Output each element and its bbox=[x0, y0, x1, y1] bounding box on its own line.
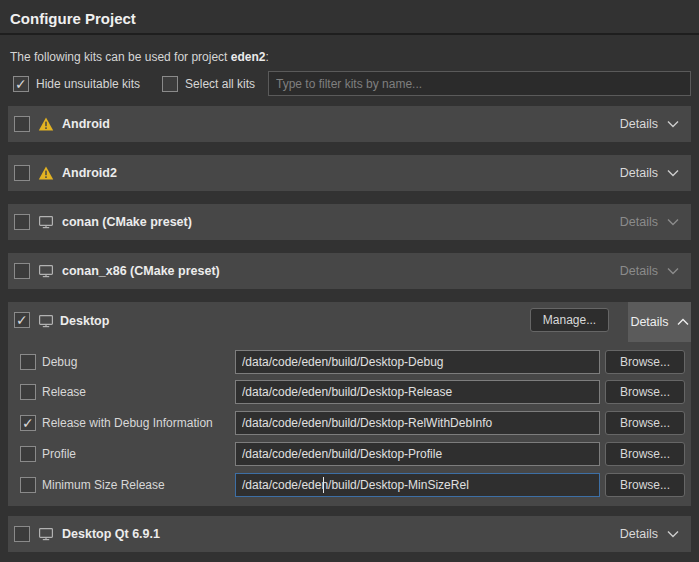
config-checkbox[interactable] bbox=[20, 477, 36, 493]
configure-project-page: Configure Project The following kits can… bbox=[0, 0, 699, 562]
config-checkbox[interactable] bbox=[20, 384, 36, 400]
details-label: Details bbox=[620, 215, 658, 229]
build-config-row: Release Browse... bbox=[8, 380, 691, 404]
browse-button[interactable]: Browse... bbox=[605, 411, 685, 435]
config-checkbox[interactable] bbox=[20, 354, 36, 370]
kit-row-desktop-expanded: Desktop Manage... Details Debug Browse..… bbox=[8, 302, 691, 506]
hide-unsuitable-checkbox[interactable] bbox=[13, 76, 29, 92]
browse-button[interactable]: Browse... bbox=[605, 350, 685, 374]
kit-filter-controls: Hide unsuitable kits Select all kits bbox=[13, 76, 255, 92]
config-label[interactable]: Release bbox=[42, 385, 86, 399]
chevron-down-icon bbox=[667, 120, 679, 128]
build-dir-input[interactable] bbox=[235, 411, 600, 435]
config-checkbox[interactable] bbox=[20, 446, 36, 462]
hide-unsuitable-label[interactable]: Hide unsuitable kits bbox=[36, 77, 140, 91]
select-all-label[interactable]: Select all kits bbox=[185, 77, 255, 91]
build-dir-input[interactable] bbox=[235, 380, 600, 404]
config-label[interactable]: Profile bbox=[42, 447, 76, 461]
chevron-down-icon bbox=[667, 267, 679, 275]
build-dir-input[interactable] bbox=[235, 442, 600, 466]
details-label: Details bbox=[620, 117, 658, 131]
config-label[interactable]: Debug bbox=[42, 355, 77, 369]
details-label: Details bbox=[620, 527, 658, 541]
intro-prefix: The following kits can be used for proje… bbox=[10, 50, 231, 64]
chevron-down-icon bbox=[667, 218, 679, 226]
kit-checkbox[interactable] bbox=[14, 263, 30, 279]
chevron-up-icon bbox=[677, 315, 689, 329]
kit-name: conan_x86 (CMake preset) bbox=[62, 264, 220, 278]
build-config-row: Release with Debug Information Browse... bbox=[8, 411, 691, 435]
details-label: Details bbox=[630, 315, 668, 329]
monitor-icon bbox=[38, 263, 54, 279]
kit-checkbox[interactable] bbox=[14, 526, 30, 542]
kit-name: Android2 bbox=[62, 166, 117, 180]
monitor-icon bbox=[38, 214, 54, 230]
browse-button[interactable]: Browse... bbox=[605, 442, 685, 466]
warning-icon bbox=[38, 165, 54, 181]
details-label: Details bbox=[620, 264, 658, 278]
kit-row-android[interactable]: Android Details bbox=[8, 106, 691, 142]
details-button[interactable]: Details bbox=[620, 166, 679, 180]
build-config-row: Debug Browse... bbox=[8, 350, 691, 374]
kit-row-android2[interactable]: Android2 Details bbox=[8, 155, 691, 191]
kit-name: conan (CMake preset) bbox=[62, 215, 192, 229]
build-dir-input[interactable] bbox=[235, 350, 600, 374]
kit-name: Desktop bbox=[60, 314, 109, 328]
config-label[interactable]: Minimum Size Release bbox=[42, 478, 165, 492]
details-button: Details bbox=[620, 264, 679, 278]
kit-checkbox[interactable] bbox=[14, 312, 30, 328]
build-dir-input-focused[interactable] bbox=[235, 473, 600, 497]
project-name: eden2 bbox=[231, 50, 266, 64]
kit-row-conan[interactable]: conan (CMake preset) Details bbox=[8, 204, 691, 240]
kit-name: Desktop Qt 6.9.1 bbox=[62, 527, 160, 541]
kit-row-desktop-qt[interactable]: Desktop Qt 6.9.1 Details bbox=[8, 516, 691, 552]
browse-button[interactable]: Browse... bbox=[605, 473, 685, 497]
details-button[interactable]: Details bbox=[620, 117, 679, 131]
intro-suffix: : bbox=[265, 50, 268, 64]
manage-button[interactable]: Manage... bbox=[530, 308, 609, 332]
build-config-row: Minimum Size Release Browse... bbox=[8, 473, 691, 497]
details-label: Details bbox=[620, 166, 658, 180]
kit-name: Android bbox=[62, 117, 110, 131]
text-caret bbox=[323, 477, 324, 493]
kit-checkbox[interactable] bbox=[14, 116, 30, 132]
chevron-down-icon bbox=[667, 169, 679, 177]
details-button[interactable]: Details bbox=[628, 302, 691, 342]
details-button[interactable]: Details bbox=[620, 527, 679, 541]
monitor-icon bbox=[38, 313, 54, 329]
intro-text: The following kits can be used for proje… bbox=[10, 50, 269, 64]
config-label[interactable]: Release with Debug Information bbox=[42, 416, 213, 430]
kit-checkbox[interactable] bbox=[14, 165, 30, 181]
page-title: Configure Project bbox=[10, 10, 136, 27]
kit-filter-input[interactable] bbox=[268, 71, 691, 96]
chevron-down-icon bbox=[667, 530, 679, 538]
build-config-row: Profile Browse... bbox=[8, 442, 691, 466]
browse-button[interactable]: Browse... bbox=[605, 380, 685, 404]
config-checkbox[interactable] bbox=[20, 415, 36, 431]
warning-icon bbox=[38, 116, 54, 132]
kit-checkbox[interactable] bbox=[14, 214, 30, 230]
title-separator bbox=[0, 33, 699, 35]
kit-row-conan-x86[interactable]: conan_x86 (CMake preset) Details bbox=[8, 253, 691, 289]
select-all-checkbox[interactable] bbox=[162, 76, 178, 92]
monitor-icon bbox=[38, 526, 54, 542]
details-button: Details bbox=[620, 215, 679, 229]
